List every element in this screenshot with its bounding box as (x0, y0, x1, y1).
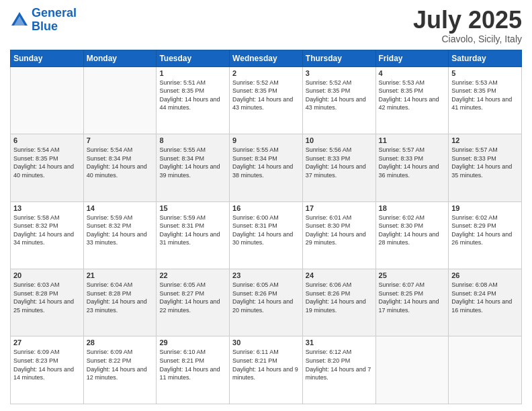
day-number: 16 (232, 204, 300, 212)
logo-text: General Blue (32, 7, 77, 34)
calendar-week-4: 20Sunrise: 6:03 AMSunset: 8:28 PMDayligh… (11, 269, 522, 336)
calendar: Sunday Monday Tuesday Wednesday Thursday… (10, 50, 522, 404)
calendar-cell: 29Sunrise: 6:10 AMSunset: 8:21 PMDayligh… (157, 336, 230, 404)
calendar-cell: 26Sunrise: 6:08 AMSunset: 8:24 PMDayligh… (449, 269, 522, 336)
calendar-cell (449, 336, 522, 404)
day-info: Sunrise: 6:03 AMSunset: 8:28 PMDaylight:… (13, 281, 81, 314)
calendar-cell: 20Sunrise: 6:03 AMSunset: 8:28 PMDayligh… (11, 269, 84, 336)
calendar-cell: 21Sunrise: 6:04 AMSunset: 8:28 PMDayligh… (83, 269, 157, 336)
calendar-cell: 23Sunrise: 6:05 AMSunset: 8:26 PMDayligh… (230, 269, 303, 336)
day-info: Sunrise: 6:09 AMSunset: 8:23 PMDaylight:… (13, 348, 81, 381)
day-info: Sunrise: 5:54 AMSunset: 8:35 PMDaylight:… (13, 146, 81, 179)
day-info: Sunrise: 5:53 AMSunset: 8:35 PMDaylight:… (451, 79, 519, 112)
day-info: Sunrise: 6:08 AMSunset: 8:24 PMDaylight:… (451, 281, 519, 314)
calendar-cell: 30Sunrise: 6:11 AMSunset: 8:21 PMDayligh… (230, 336, 303, 404)
day-info: Sunrise: 5:56 AMSunset: 8:33 PMDaylight:… (306, 146, 373, 179)
header: General Blue July 2025 Ciavolo, Sicily, … (10, 7, 522, 44)
day-info: Sunrise: 5:54 AMSunset: 8:34 PMDaylight:… (87, 146, 154, 179)
header-monday: Monday (83, 50, 157, 66)
day-number: 20 (13, 271, 81, 279)
day-number: 14 (87, 204, 154, 212)
day-info: Sunrise: 5:58 AMSunset: 8:32 PMDaylight:… (13, 214, 81, 247)
day-info: Sunrise: 6:05 AMSunset: 8:27 PMDaylight:… (159, 281, 226, 314)
calendar-cell: 5Sunrise: 5:53 AMSunset: 8:35 PMDaylight… (449, 66, 522, 134)
calendar-cell: 31Sunrise: 6:12 AMSunset: 8:20 PMDayligh… (302, 336, 375, 404)
calendar-week-3: 13Sunrise: 5:58 AMSunset: 8:32 PMDayligh… (11, 201, 522, 269)
day-info: Sunrise: 5:52 AMSunset: 8:35 PMDaylight:… (232, 79, 300, 112)
calendar-cell: 13Sunrise: 5:58 AMSunset: 8:32 PMDayligh… (11, 201, 84, 269)
day-info: Sunrise: 5:57 AMSunset: 8:33 PMDaylight:… (379, 146, 446, 179)
calendar-cell: 8Sunrise: 5:55 AMSunset: 8:34 PMDaylight… (157, 134, 230, 201)
day-info: Sunrise: 6:02 AMSunset: 8:29 PMDaylight:… (451, 214, 519, 247)
page: General Blue July 2025 Ciavolo, Sicily, … (0, 0, 532, 411)
header-saturday: Saturday (449, 50, 522, 66)
day-number: 28 (87, 338, 154, 347)
calendar-cell (11, 66, 84, 134)
calendar-cell: 3Sunrise: 5:52 AMSunset: 8:35 PMDaylight… (302, 66, 375, 134)
calendar-cell (83, 66, 157, 134)
calendar-cell: 16Sunrise: 6:00 AMSunset: 8:31 PMDayligh… (230, 201, 303, 269)
header-sunday: Sunday (11, 50, 84, 66)
day-info: Sunrise: 5:52 AMSunset: 8:35 PMDaylight:… (306, 79, 373, 112)
calendar-cell: 15Sunrise: 5:59 AMSunset: 8:31 PMDayligh… (157, 201, 230, 269)
day-number: 30 (232, 338, 300, 347)
weekday-header-row: Sunday Monday Tuesday Wednesday Thursday… (11, 50, 522, 66)
calendar-cell: 10Sunrise: 5:56 AMSunset: 8:33 PMDayligh… (302, 134, 375, 201)
day-number: 7 (87, 136, 154, 144)
calendar-cell: 9Sunrise: 5:55 AMSunset: 8:34 PMDaylight… (230, 134, 303, 201)
day-info: Sunrise: 6:01 AMSunset: 8:30 PMDaylight:… (306, 214, 373, 247)
day-number: 6 (13, 136, 81, 144)
calendar-cell: 18Sunrise: 6:02 AMSunset: 8:30 PMDayligh… (375, 201, 449, 269)
day-number: 10 (306, 136, 373, 144)
header-tuesday: Tuesday (157, 50, 230, 66)
calendar-cell: 25Sunrise: 6:07 AMSunset: 8:25 PMDayligh… (375, 269, 449, 336)
logo-line2: Blue (32, 19, 58, 33)
calendar-cell: 7Sunrise: 5:54 AMSunset: 8:34 PMDaylight… (83, 134, 157, 201)
day-number: 25 (379, 271, 446, 279)
day-info: Sunrise: 5:55 AMSunset: 8:34 PMDaylight:… (232, 146, 300, 179)
day-info: Sunrise: 6:06 AMSunset: 8:26 PMDaylight:… (306, 281, 373, 314)
day-number: 11 (379, 136, 446, 144)
calendar-cell: 2Sunrise: 5:52 AMSunset: 8:35 PMDaylight… (230, 66, 303, 134)
calendar-week-2: 6Sunrise: 5:54 AMSunset: 8:35 PMDaylight… (11, 134, 522, 201)
calendar-cell: 17Sunrise: 6:01 AMSunset: 8:30 PMDayligh… (302, 201, 375, 269)
day-info: Sunrise: 6:09 AMSunset: 8:22 PMDaylight:… (87, 348, 154, 381)
day-number: 9 (232, 136, 300, 144)
day-info: Sunrise: 6:04 AMSunset: 8:28 PMDaylight:… (87, 281, 154, 314)
logo-line1: General (32, 6, 77, 19)
day-info: Sunrise: 5:51 AMSunset: 8:35 PMDaylight:… (159, 79, 226, 112)
day-number: 17 (306, 204, 373, 212)
day-number: 18 (379, 204, 446, 212)
day-info: Sunrise: 6:00 AMSunset: 8:31 PMDaylight:… (232, 214, 300, 247)
calendar-cell: 22Sunrise: 6:05 AMSunset: 8:27 PMDayligh… (157, 269, 230, 336)
location-subtitle: Ciavolo, Sicily, Italy (413, 34, 522, 44)
day-number: 29 (159, 338, 226, 347)
calendar-cell: 12Sunrise: 5:57 AMSunset: 8:33 PMDayligh… (449, 134, 522, 201)
logo: General Blue (10, 7, 77, 34)
calendar-cell: 4Sunrise: 5:53 AMSunset: 8:35 PMDaylight… (375, 66, 449, 134)
month-title: July 2025 (413, 7, 522, 34)
day-number: 26 (451, 271, 519, 279)
day-info: Sunrise: 6:05 AMSunset: 8:26 PMDaylight:… (232, 281, 300, 314)
day-number: 19 (451, 204, 519, 212)
calendar-week-5: 27Sunrise: 6:09 AMSunset: 8:23 PMDayligh… (11, 336, 522, 404)
logo-icon (10, 11, 29, 30)
day-number: 21 (87, 271, 154, 279)
calendar-cell: 24Sunrise: 6:06 AMSunset: 8:26 PMDayligh… (302, 269, 375, 336)
day-info: Sunrise: 6:02 AMSunset: 8:30 PMDaylight:… (379, 214, 446, 247)
calendar-cell (375, 336, 449, 404)
day-info: Sunrise: 5:59 AMSunset: 8:31 PMDaylight:… (159, 214, 226, 247)
day-number: 23 (232, 271, 300, 279)
day-number: 13 (13, 204, 81, 212)
calendar-week-1: 1Sunrise: 5:51 AMSunset: 8:35 PMDaylight… (11, 66, 522, 134)
header-thursday: Thursday (302, 50, 375, 66)
day-number: 22 (159, 271, 226, 279)
day-info: Sunrise: 6:07 AMSunset: 8:25 PMDaylight:… (379, 281, 446, 314)
day-number: 24 (306, 271, 373, 279)
day-number: 15 (159, 204, 226, 212)
day-number: 31 (306, 338, 373, 347)
day-info: Sunrise: 6:12 AMSunset: 8:20 PMDaylight:… (306, 348, 373, 381)
day-number: 3 (306, 69, 373, 77)
calendar-cell: 1Sunrise: 5:51 AMSunset: 8:35 PMDaylight… (157, 66, 230, 134)
calendar-cell: 28Sunrise: 6:09 AMSunset: 8:22 PMDayligh… (83, 336, 157, 404)
